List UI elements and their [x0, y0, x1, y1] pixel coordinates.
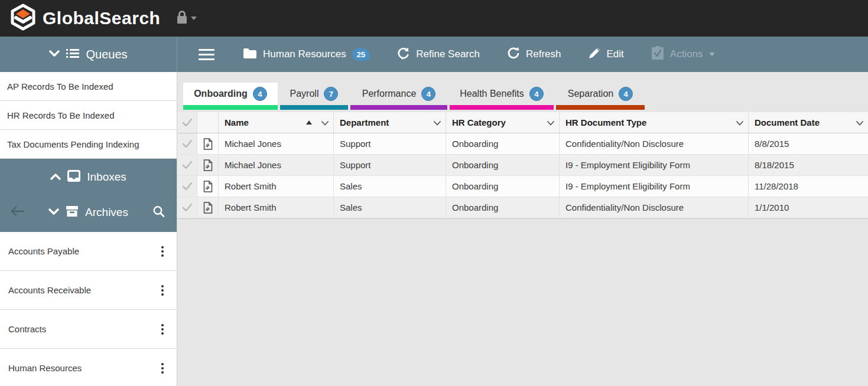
result-count-badge: 25	[352, 48, 370, 61]
kebab-menu-icon[interactable]	[158, 283, 167, 298]
sidebar: AP Records To Be Indexed HR Records To B…	[0, 72, 177, 386]
queue-item-label: Tax Documents Pending Indexing	[7, 139, 139, 149]
refine-search-button[interactable]: Refine Search	[397, 47, 480, 63]
refine-search-icon	[397, 47, 410, 63]
tab[interactable]: Separation 4	[556, 83, 645, 110]
row-checkbox[interactable]	[177, 197, 197, 218]
list-icon	[66, 48, 79, 60]
row-checkbox[interactable]	[177, 176, 197, 197]
refresh-button[interactable]: Refresh	[507, 47, 561, 63]
results-table: Name Department HR Category	[177, 112, 868, 219]
cell-hr-document-type: I9 - Employment Eligibility Form	[560, 155, 749, 175]
tab-strip: Onboarding 4 Payroll 7 Performance 4	[183, 83, 868, 110]
archives-title: Archives	[85, 206, 128, 219]
cell-name: Michael Jones	[219, 155, 334, 175]
main-toolbar: Human Resources 25 Refine Search Refresh	[177, 37, 868, 72]
kebab-menu-icon[interactable]	[158, 322, 167, 337]
tab-label: Performance	[362, 89, 417, 99]
tab-count-badge: 4	[619, 87, 633, 101]
archive-item[interactable]: Accounts Payable	[0, 232, 177, 271]
cell-name: Robert Smith	[219, 197, 334, 218]
cell-department: Support	[334, 133, 446, 154]
cell-hr-category: Onboarding	[446, 176, 560, 197]
cell-department: Sales	[334, 176, 446, 197]
chevron-up-icon	[50, 172, 61, 182]
app-logo[interactable]: GlobalSearch	[9, 4, 160, 33]
tab-color-bar	[350, 105, 447, 110]
chevron-down-icon[interactable]	[434, 117, 441, 127]
column-header-hr-category[interactable]: HR Category	[446, 112, 560, 133]
column-header-department[interactable]: Department	[334, 112, 446, 133]
tab[interactable]: Payroll 7	[280, 83, 348, 110]
current-archive-label: Human Resources	[263, 48, 346, 60]
cell-department: Sales	[334, 197, 446, 218]
column-header-hr-document-type[interactable]: HR Document Type	[560, 112, 749, 133]
chevron-down-icon[interactable]	[736, 117, 743, 127]
archive-item-label: Contracts	[8, 324, 46, 334]
archive-list: Accounts Payable Accounts Receivable Con…	[0, 232, 177, 386]
refine-search-label: Refine Search	[416, 48, 480, 60]
edit-button[interactable]: Edit	[589, 47, 624, 62]
column-header-document-date[interactable]: Document Date	[749, 112, 868, 133]
tab-count-badge: 7	[324, 87, 338, 101]
tab-label: Separation	[568, 89, 613, 99]
pdf-file-icon[interactable]	[197, 176, 219, 197]
cell-hr-category: Onboarding	[446, 133, 560, 154]
lock-menu[interactable]	[175, 10, 197, 27]
search-icon[interactable]	[152, 205, 165, 220]
menu-icon[interactable]	[199, 46, 214, 63]
select-all-checkbox[interactable]	[177, 112, 197, 133]
queue-item-label: AP Records To Be Indexed	[7, 81, 113, 91]
main-panel: Onboarding 4 Payroll 7 Performance 4	[177, 72, 868, 386]
tab[interactable]: Performance 4	[350, 83, 447, 110]
tab[interactable]: Onboarding 4	[183, 83, 278, 110]
globalsearch-logo-icon	[9, 4, 37, 33]
chevron-down-icon[interactable]	[856, 117, 863, 127]
pdf-file-icon[interactable]	[197, 197, 219, 218]
table-row[interactable]: Robert Smith Sales Onboarding I9 - Emplo…	[177, 176, 868, 197]
inbox-icon	[67, 170, 80, 184]
archive-item[interactable]: Contracts	[0, 310, 177, 349]
cell-name: Michael Jones	[219, 133, 334, 154]
actions-button[interactable]: Actions	[651, 46, 715, 63]
brand-name: GlobalSearch	[43, 8, 160, 28]
pdf-file-icon[interactable]	[197, 155, 219, 175]
tab-count-badge: 4	[421, 87, 435, 101]
row-checkbox[interactable]	[177, 133, 197, 154]
kebab-menu-icon[interactable]	[158, 361, 167, 376]
archive-item[interactable]: Accounts Receivable	[0, 271, 177, 310]
tab-color-bar	[280, 105, 348, 110]
tab[interactable]: Health Benefits 4	[450, 83, 554, 110]
tab-count-badge: 4	[253, 87, 267, 101]
archive-item[interactable]: Human Resources	[0, 349, 177, 386]
actions-clipboard-icon	[651, 46, 664, 63]
current-archive-button[interactable]: Human Resources 25	[243, 47, 370, 62]
sidebar-archives-header[interactable]: Archives	[0, 198, 177, 227]
chevron-down-icon	[709, 53, 715, 56]
back-arrow-icon[interactable]	[11, 207, 25, 218]
queue-list: AP Records To Be Indexed HR Records To B…	[0, 72, 177, 159]
table-row[interactable]: Michael Jones Support Onboarding Confide…	[177, 133, 868, 155]
tab-count-badge: 4	[529, 87, 544, 101]
queue-item[interactable]: AP Records To Be Indexed	[0, 72, 177, 101]
sidebar-queues-header[interactable]: Queues	[0, 37, 177, 72]
pdf-file-icon[interactable]	[197, 133, 219, 154]
table-row[interactable]: Robert Smith Sales Onboarding Confidenti…	[177, 197, 868, 218]
row-checkbox[interactable]	[177, 155, 197, 175]
queue-item[interactable]: HR Records To Be Indexed	[0, 101, 177, 130]
tab-label: Onboarding	[194, 89, 248, 99]
chevron-down-icon[interactable]	[547, 117, 554, 127]
queue-item[interactable]: Tax Documents Pending Indexing	[0, 130, 177, 159]
tab-label: Payroll	[290, 89, 319, 99]
chevron-down-icon[interactable]	[321, 117, 329, 127]
actions-label: Actions	[670, 48, 703, 60]
sidebar-inboxes-header[interactable]: Inboxes	[0, 162, 177, 192]
cell-hr-document-type: Confidentiality/Non Disclosure	[560, 133, 749, 154]
doc-icon-column-header	[197, 112, 219, 133]
edit-label: Edit	[607, 48, 624, 60]
column-header-name[interactable]: Name	[219, 112, 334, 133]
table-row[interactable]: Michael Jones Support Onboarding I9 - Em…	[177, 155, 868, 176]
refresh-icon	[507, 47, 520, 63]
table-header: Name Department HR Category	[177, 112, 868, 133]
kebab-menu-icon[interactable]	[158, 244, 167, 259]
